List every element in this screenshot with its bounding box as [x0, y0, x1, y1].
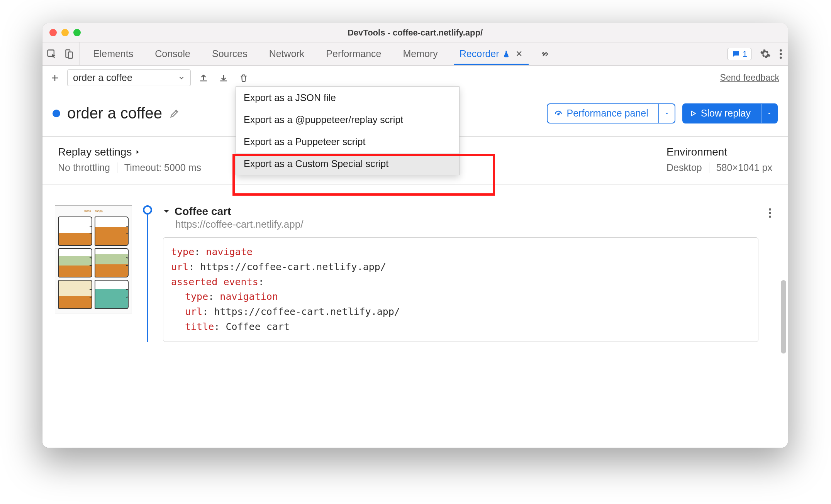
devtools-window: DevTools - coffee-cart.netlify.app/ Elem… — [42, 23, 788, 448]
window-minimize-button[interactable] — [61, 29, 69, 36]
environment-title: Environment — [666, 146, 772, 158]
caret-down-icon — [163, 208, 170, 215]
export-menu-item-puppeteer[interactable]: Export as a Puppeteer script — [236, 131, 459, 153]
gauge-icon — [554, 109, 563, 118]
recording-status-dot — [53, 110, 60, 117]
step-title: Coffee cart — [175, 205, 231, 218]
timeout-value: Timeout: 5000 ms — [124, 162, 201, 173]
tab-close-icon[interactable]: ✕ — [516, 49, 522, 59]
tab-elements[interactable]: Elements — [82, 42, 144, 65]
svg-rect-2 — [68, 52, 73, 58]
throttle-value: No throttling — [58, 162, 110, 173]
timeline-line — [147, 215, 148, 342]
slow-replay-button[interactable]: Slow replay — [682, 103, 778, 123]
send-feedback-link[interactable]: Send feedback — [720, 73, 779, 83]
play-icon — [689, 110, 697, 117]
svg-point-8 — [769, 212, 771, 214]
replay-settings-label: Replay settings — [58, 146, 132, 158]
chevron-right-icon — [135, 149, 140, 156]
export-menu-item-custom[interactable]: Export as a Custom Special script — [236, 153, 459, 175]
replay-settings-toggle[interactable]: Replay settings — [58, 146, 201, 158]
tab-performance[interactable]: Performance — [315, 42, 392, 65]
step-url: https://coffee-cart.netlify.app/ — [175, 218, 758, 230]
step-header[interactable]: Coffee cart — [163, 205, 758, 218]
issues-badge[interactable]: 1 — [728, 48, 751, 60]
chevron-down-icon — [178, 74, 185, 81]
more-tabs-button[interactable] — [533, 42, 556, 65]
kebab-icon[interactable] — [779, 49, 782, 59]
window-close-button[interactable] — [49, 29, 57, 36]
flask-icon — [502, 50, 510, 58]
svg-point-9 — [769, 215, 771, 218]
export-menu-item-json[interactable]: Export as a JSON file — [236, 87, 459, 109]
svg-point-4 — [780, 53, 782, 55]
import-button[interactable] — [196, 73, 211, 83]
new-recording-button[interactable] — [48, 73, 62, 83]
tab-recorder-label: Recorder — [460, 48, 499, 59]
delete-button[interactable] — [236, 73, 251, 83]
divider — [709, 162, 709, 173]
svg-point-3 — [780, 49, 782, 51]
settings-icon[interactable] — [760, 49, 771, 59]
tab-console[interactable]: Console — [144, 42, 201, 65]
slow-replay-caret[interactable] — [761, 104, 777, 123]
performance-panel-caret[interactable] — [658, 104, 675, 123]
tab-recorder[interactable]: Recorder ✕ — [449, 42, 533, 65]
export-menu: Export as a JSON file Export as a @puppe… — [236, 86, 460, 175]
svg-point-7 — [769, 208, 771, 211]
tab-network[interactable]: Network — [258, 42, 315, 65]
svg-point-5 — [780, 56, 782, 59]
svg-point-6 — [558, 113, 559, 115]
titlebar: DevTools - coffee-cart.netlify.app/ — [42, 23, 788, 42]
recording-selector[interactable]: order a coffee — [67, 69, 191, 86]
device-value: Desktop — [666, 162, 702, 173]
timeline-dot — [143, 205, 152, 215]
divider — [117, 162, 117, 173]
timeline — [141, 205, 154, 342]
scrollbar-thumb[interactable] — [781, 280, 786, 353]
recording-selector-label: order a coffee — [73, 72, 132, 83]
tab-sources[interactable]: Sources — [201, 42, 258, 65]
viewport-value: 580×1041 px — [716, 162, 772, 173]
edit-title-button[interactable] — [169, 108, 180, 119]
inspect-icon[interactable] — [46, 49, 57, 59]
tab-memory[interactable]: Memory — [392, 42, 448, 65]
step-area: menucart(0) Coffee cart https://coffee-c… — [42, 184, 788, 342]
slow-replay-label: Slow replay — [701, 108, 751, 119]
performance-panel-button[interactable]: Performance panel — [547, 103, 675, 123]
step-thumbnail: menucart(0) — [55, 205, 132, 313]
window-title: DevTools - coffee-cart.netlify.app/ — [42, 28, 788, 38]
step-details: type: navigate url: https://coffee-cart.… — [163, 237, 758, 342]
device-toggle-icon[interactable] — [64, 49, 74, 59]
export-button[interactable] — [216, 73, 231, 83]
window-maximize-button[interactable] — [73, 29, 81, 36]
step-menu-button[interactable] — [768, 208, 772, 218]
export-menu-item-puppeteer-replay[interactable]: Export as a @puppeteer/replay script — [236, 109, 459, 131]
panel-tabstrip: Elements Console Sources Network Perform… — [42, 42, 788, 66]
performance-panel-label: Performance panel — [567, 108, 648, 119]
window-controls — [49, 29, 81, 36]
issues-count: 1 — [743, 49, 747, 59]
recording-title: order a coffee — [67, 105, 162, 122]
